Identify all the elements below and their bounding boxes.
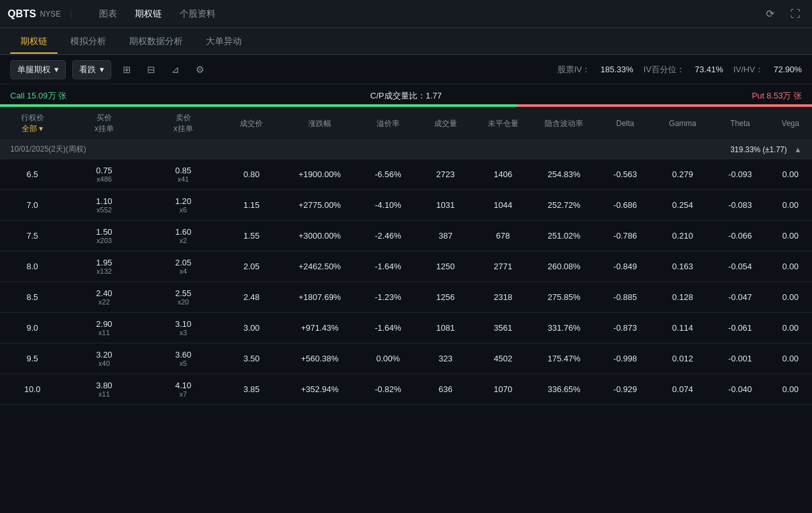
col-header-strike[interactable]: 行权价 全部 ▾ [0, 107, 65, 140]
cell-volume: 1031 [417, 190, 474, 221]
refresh-icon[interactable]: ⟳ [761, 5, 779, 23]
cell-strike: 9.0 [0, 313, 65, 343]
ticker-exchange: NYSE [40, 10, 61, 19]
cell-strike: 8.0 [0, 251, 65, 282]
cell-bid: 2.90 x11 [65, 313, 144, 343]
col-header-premium: 溢价率 [359, 107, 417, 140]
ticker-symbol: QBTS [8, 8, 36, 20]
col-header-volume: 成交量 [417, 107, 474, 140]
direction-dropdown[interactable]: 看跌 ▾ [72, 60, 111, 79]
top-nav: QBTS NYSE | 图表 期权链 个股资料 ⟳ ⛶ [0, 0, 812, 28]
single-leg-label: 单腿期权 [17, 64, 51, 75]
cell-bid: 3.20 x40 [65, 343, 144, 374]
table-row[interactable]: 10.0 3.80 x11 4.10 x7 3.85 +352.94% -0.8… [0, 374, 812, 405]
cell-bid: 0.75 x486 [65, 159, 144, 190]
cell-premium: 0.00% [359, 343, 417, 374]
table-row[interactable]: 8.5 2.40 x22 2.55 x20 2.48 +1807.69% -1.… [0, 282, 812, 313]
toolbar-stats: 股票IV： 185.33% IV百分位： 73.41% IV/HV： 72.90… [558, 64, 802, 75]
cell-change: +2775.00% [280, 190, 359, 221]
cell-premium: -6.56% [359, 159, 417, 190]
cell-delta: -0.873 [597, 313, 654, 343]
col-header-oi: 未平仓量 [474, 107, 532, 140]
cell-vega: 0.00 [769, 313, 813, 343]
cell-last: 1.55 [223, 221, 280, 251]
cell-volume: 1081 [417, 313, 474, 343]
table-row[interactable]: 8.0 1.95 x132 2.05 x4 2.05 +2462.50% -1.… [0, 251, 812, 282]
table-icon[interactable]: ⊞ [118, 61, 136, 79]
cell-delta: -0.849 [597, 251, 654, 282]
filter-icon[interactable]: ⊿ [166, 61, 184, 79]
cell-theta: -0.066 [712, 221, 769, 251]
nav-stock-info[interactable]: 个股资料 [171, 3, 224, 25]
cell-iv: 336.65% [532, 374, 597, 405]
cell-bid: 1.95 x132 [65, 251, 144, 282]
cell-ask: 2.55 x20 [144, 282, 223, 313]
cell-premium: -1.64% [359, 313, 417, 343]
iv-label: 股票IV： [558, 64, 590, 75]
ivp-label: IV百分位： [644, 64, 685, 75]
cell-ask: 0.85 x41 [144, 159, 223, 190]
cell-bid: 2.40 x22 [65, 282, 144, 313]
cell-strike: 8.5 [0, 282, 65, 313]
single-leg-dropdown[interactable]: 单腿期权 ▾ [10, 60, 66, 79]
cell-volume: 636 [417, 374, 474, 405]
table-row[interactable]: 7.5 1.50 x203 1.60 x2 1.55 +3000.00% -2.… [0, 221, 812, 251]
cell-gamma: 0.074 [654, 374, 712, 405]
table-row[interactable]: 9.0 2.90 x11 3.10 x3 3.00 +971.43% -1.64… [0, 313, 812, 343]
cell-change: +3000.00% [280, 221, 359, 251]
cell-gamma: 0.128 [654, 282, 712, 313]
columns-icon[interactable]: ⊟ [142, 61, 160, 79]
sub-nav-options-chain[interactable]: 期权链 [10, 31, 58, 52]
cell-ask: 4.10 x7 [144, 374, 223, 405]
cell-gamma: 0.254 [654, 190, 712, 221]
table-wrapper[interactable]: 行权价 全部 ▾ 买价x挂单 卖价x挂单 成交价 涨跌幅 溢价率 成交量 未平仓… [0, 107, 812, 513]
settings-icon[interactable]: ⚙ [191, 61, 208, 79]
cell-volume: 2723 [417, 159, 474, 190]
table-row[interactable]: 7.0 1.10 x552 1.20 x6 1.15 +2775.00% -4.… [0, 190, 812, 221]
cell-iv: 252.72% [532, 190, 597, 221]
table-body: 10/01/2025(2天)(周权) 319.33% (±1.77) ▲ 6.5… [0, 140, 812, 405]
table-row[interactable]: 9.5 3.20 x40 3.60 x5 3.50 +560.38% 0.00%… [0, 343, 812, 374]
cell-iv: 254.83% [532, 159, 597, 190]
table-row[interactable]: 6.5 0.75 x486 0.85 x41 0.80 +1900.00% -6… [0, 159, 812, 190]
cell-last: 2.48 [223, 282, 280, 313]
call-volume-label: Call 15.09万 张 [10, 90, 66, 102]
cell-theta: -0.093 [712, 159, 769, 190]
cell-iv: 331.76% [532, 313, 597, 343]
nav-options-chain[interactable]: 期权链 [126, 3, 171, 25]
nav-chart[interactable]: 图表 [90, 3, 126, 25]
cell-premium: -1.23% [359, 282, 417, 313]
sub-nav-options-data[interactable]: 期权数据分析 [119, 31, 193, 52]
cp-progress-fill [0, 104, 518, 107]
cell-strike: 7.0 [0, 190, 65, 221]
cell-delta: -0.686 [597, 190, 654, 221]
sub-nav-simulation[interactable]: 模拟分析 [60, 31, 116, 52]
cell-ask: 3.10 x3 [144, 313, 223, 343]
group-collapse-icon[interactable]: ▲ [794, 145, 802, 154]
direction-chevron: ▾ [100, 65, 104, 74]
cell-volume: 323 [417, 343, 474, 374]
cell-last: 1.15 [223, 190, 280, 221]
cell-last: 0.80 [223, 159, 280, 190]
ivp-value: 73.41% [695, 65, 723, 74]
cell-gamma: 0.012 [654, 343, 712, 374]
cell-last: 3.00 [223, 313, 280, 343]
cell-volume: 1256 [417, 282, 474, 313]
cell-strike: 6.5 [0, 159, 65, 190]
cell-premium: -0.82% [359, 374, 417, 405]
cell-vega: 0.00 [769, 159, 813, 190]
cell-change: +2462.50% [280, 251, 359, 282]
ticker-block: QBTS NYSE | [8, 8, 77, 20]
single-leg-chevron: ▾ [54, 65, 59, 74]
cell-theta: -0.054 [712, 251, 769, 282]
group-label: 10/01/2025(2天)(周权) [0, 140, 597, 159]
ivhv-value: 72.90% [774, 65, 802, 74]
fullscreen-icon[interactable]: ⛶ [786, 5, 804, 23]
sub-nav-large-orders[interactable]: 大单异动 [196, 31, 252, 52]
cell-strike: 7.5 [0, 221, 65, 251]
cell-delta: -0.929 [597, 374, 654, 405]
nav-divider: | [70, 9, 72, 19]
cell-gamma: 0.279 [654, 159, 712, 190]
group-header-row: 10/01/2025(2天)(周权) 319.33% (±1.77) ▲ [0, 140, 812, 159]
cell-delta: -0.786 [597, 221, 654, 251]
